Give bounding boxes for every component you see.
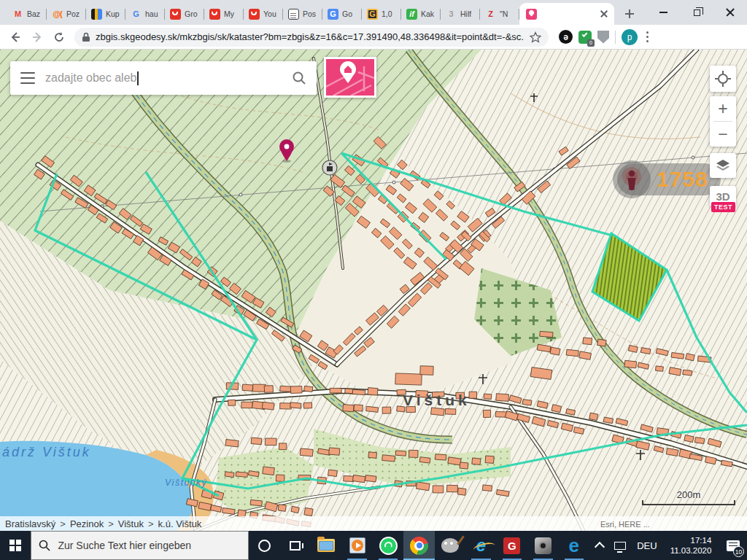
ifirma-icon: if: [406, 9, 417, 20]
cadastral-map-canvas[interactable]: Vištuk nádrž Vištuk Vištucký: [0, 50, 747, 531]
map-search-placeholder: zadajte obec aleb: [45, 71, 136, 85]
url-text[interactable]: zbgis.skgeodesy.sk/mkzbgis/sk/kataster?b…: [96, 31, 525, 42]
task-view-button[interactable]: [280, 531, 311, 560]
forward-button[interactable]: [28, 28, 47, 47]
at-icon: @(: [52, 9, 63, 20]
browser-menu-button[interactable]: [640, 28, 654, 45]
minimize-button[interactable]: [646, 0, 680, 25]
building: [300, 448, 313, 456]
adblock-shield-icon[interactable]: 0: [578, 31, 592, 44]
tray-overflow-button[interactable]: [589, 531, 610, 560]
monument-icon[interactable]: [322, 160, 337, 175]
chrome-button[interactable]: [403, 531, 434, 560]
language-indicator[interactable]: DEU: [631, 531, 662, 560]
media-player-button[interactable]: [341, 531, 372, 560]
breadcrumb-separator: >: [60, 518, 66, 529]
close-window-button[interactable]: [713, 0, 747, 25]
building: [445, 408, 456, 414]
reload-button[interactable]: [50, 28, 69, 47]
map-search-input[interactable]: zadajte obec aleb: [45, 71, 282, 85]
breadcrumb-municipality[interactable]: Vištuk: [118, 518, 144, 529]
scale-label: 200m: [642, 490, 735, 499]
building: [368, 388, 378, 396]
start-button[interactable]: [0, 531, 31, 560]
restore-button[interactable]: [680, 0, 713, 25]
layers-button[interactable]: [710, 153, 736, 178]
network-tray-button[interactable]: [610, 531, 632, 560]
search-icon[interactable]: [292, 71, 306, 85]
edge-button[interactable]: e: [559, 531, 589, 560]
tab-converter[interactable]: G1,0: [362, 3, 401, 25]
zoom-in-button[interactable]: +: [710, 96, 736, 121]
camera-app-button[interactable]: [527, 531, 558, 560]
building: [457, 488, 466, 495]
extension-a-icon[interactable]: ə: [559, 30, 573, 44]
aliexpress-icon: [249, 9, 260, 20]
tab-ali-2[interactable]: My: [204, 3, 244, 25]
internet-explorer-button[interactable]: e: [465, 531, 496, 560]
tab-shop[interactable]: Kup: [86, 3, 125, 25]
zbgis-logo[interactable]: [324, 57, 376, 98]
extensions-area: ə 0: [559, 30, 609, 44]
building: [483, 410, 490, 417]
building: [597, 339, 607, 346]
tab-ali-1[interactable]: Gro: [165, 3, 204, 25]
taskbar-clock[interactable]: 17:14 11.03.2020: [663, 531, 719, 560]
building: [253, 384, 266, 392]
cortana-button[interactable]: [249, 531, 279, 560]
tab-doc[interactable]: Pos: [283, 3, 322, 25]
map-pin-icon: [526, 9, 537, 20]
taskbar-search-input[interactable]: [58, 540, 240, 551]
file-explorer-button[interactable]: [311, 531, 341, 560]
gom-player-button[interactable]: G: [497, 531, 527, 560]
tab-z[interactable]: Z"N: [480, 3, 519, 25]
address-bar[interactable]: zbgis.skgeodesy.sk/mkzbgis/sk/kataster?b…: [74, 28, 549, 47]
new-tab-button[interactable]: [620, 4, 639, 23]
tab-ifirma[interactable]: ifKak: [401, 3, 441, 25]
building: [264, 386, 273, 393]
building: [694, 438, 704, 444]
map-search-bar[interactable]: zadajte obec aleb: [10, 61, 317, 95]
tab-zbgis-active[interactable]: [519, 3, 614, 25]
building: [566, 349, 578, 357]
layers-icon: [716, 159, 730, 172]
internet-explorer-icon: e: [476, 537, 486, 554]
building: [589, 413, 598, 421]
action-center-button[interactable]: 10: [719, 531, 747, 560]
gmail-icon: M: [12, 9, 23, 20]
geolocate-button[interactable]: [710, 66, 736, 92]
menu-hamburger-icon[interactable]: [20, 72, 35, 85]
breadcrumb-separator: >: [108, 518, 114, 529]
z-icon: Z: [485, 9, 496, 20]
profile-avatar[interactable]: p: [622, 29, 638, 45]
whatsapp-button[interactable]: [373, 531, 403, 560]
building: [482, 485, 492, 491]
bookmark-star-icon[interactable]: [530, 31, 541, 43]
tab-three[interactable]: 3Hilf: [441, 3, 480, 25]
building: [225, 472, 234, 478]
building: [236, 472, 247, 477]
gom-player-icon: G: [503, 537, 520, 554]
elevation-marker[interactable]: 1758: [617, 163, 721, 195]
breadcrumb-district[interactable]: Pezinok: [70, 518, 104, 529]
clock-time: 17:14: [691, 535, 712, 545]
browser-tab-strip: MBaz @(Poz Kup Ghau Gro My You Pos GGo G…: [0, 0, 747, 25]
tab-gmail[interactable]: MBaz: [7, 3, 47, 25]
gimp-button[interactable]: [435, 531, 465, 560]
breadcrumb-cadastre[interactable]: k.ú. Vištuk: [158, 518, 202, 529]
close-tab-icon[interactable]: [600, 10, 608, 18]
breadcrumb-region[interactable]: Bratislavský: [5, 518, 55, 529]
map-viewport[interactable]: Vištuk nádrž Vištuk Vištucký zadajte obe…: [0, 50, 747, 531]
zoom-out-button[interactable]: −: [710, 122, 736, 147]
taskbar-search[interactable]: [31, 531, 249, 560]
google-icon: G: [131, 9, 142, 20]
building: [290, 402, 301, 408]
back-button[interactable]: [6, 28, 25, 47]
tab-translate[interactable]: GGo: [322, 3, 362, 25]
tab-google[interactable]: Ghau: [125, 3, 165, 25]
shield-icon[interactable]: [597, 31, 609, 44]
building: [251, 438, 262, 445]
chevron-up-icon: [595, 542, 605, 552]
tab-post[interactable]: @(Poz: [47, 3, 86, 25]
tab-ali-3[interactable]: You: [244, 3, 283, 25]
